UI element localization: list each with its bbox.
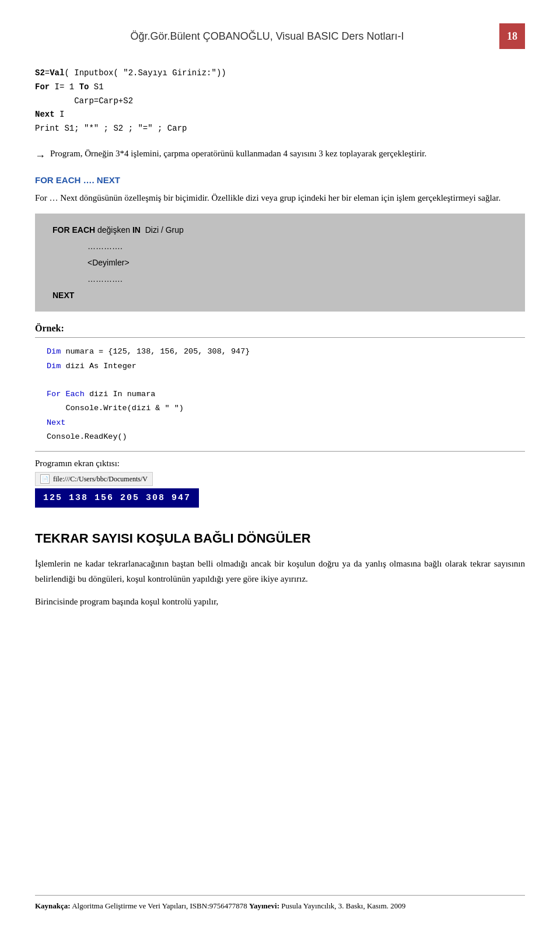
header-title: Öğr.Gör.Bülent ÇOBANOĞLU, Visual BASIC D… [35,30,499,43]
page-header: Öğr.Gör.Bülent ÇOBANOĞLU, Visual BASIC D… [35,23,525,49]
code-line-2: For I= 1 To S1 [35,81,525,95]
tekrar-heading: TEKRAR SAYISI KOŞULA BAĞLI DÖNGÜLER [35,531,525,546]
program-output-label: Programın ekran çıktısı: [35,459,525,469]
file-icon: 📄 [40,474,50,484]
syntax-line-3: <Deyimler> [88,254,513,271]
page-footer: Kaynakça: Algoritma Geliştirme ve Veri Y… [35,895,525,912]
top-code-block: S2=Val( Inputbox( "2.Sayıyı Giriniz:")) … [35,67,525,136]
arrow-text: Program, Örneğin 3*4 işlemini, çarpma op… [50,146,426,160]
ornek-heading: Örnek: [35,323,525,334]
code-example-box: Dim numara = {125, 138, 156, 205, 308, 9… [35,337,525,452]
code-line-4: Next I [35,108,525,122]
syntax-box: FOR EACH değişken IN Dizi / Grup …………. <… [35,214,525,312]
syntax-line-4: …………. [88,271,513,287]
foreach-heading: FOR EACH …. NEXT [35,175,525,185]
syntax-next: NEXT [52,287,513,303]
console-output: 125 138 156 205 308 947 [35,488,199,508]
ex-line-5: Next [47,416,513,430]
tekrar-para-1: İşlemlerin ne kadar tekrarlanacağının ba… [35,557,525,586]
code-line-1: S2=Val( Inputbox( "2.Sayıyı Giriniz:")) [35,67,525,81]
file-bar-text: file:///C:/Users/bbc/Documents/V [53,475,148,484]
footer-text: Algoritma Geliştirme ve Veri Yapıları, I… [72,901,247,910]
ex-line-1: Dim numara = {125, 138, 156, 205, 308, 9… [47,345,513,359]
page-number: 18 [499,23,525,49]
page-container: Öğr.Gör.Bülent ÇOBANOĞLU, Visual BASIC D… [0,0,560,930]
arrow-paragraph: → Program, Örneğin 3*4 işlemini, çarpma … [35,146,525,165]
syntax-line-1: FOR EACH değişken IN Dizi / Grup [52,222,513,238]
ex-line-2: Dim dizi As Integer [47,359,513,373]
footer-kaynak-label: Kaynakça: [35,901,71,910]
ex-line-6: Console.ReadKey() [47,430,513,444]
file-bar: 📄 file:///C:/Users/bbc/Documents/V [35,472,153,486]
code-line-3: Carp=Carp+S2 [35,95,525,109]
arrow-icon: → [35,148,46,165]
code-line-5: Print S1; "*" ; S2 ; "=" ; Carp [35,122,525,136]
tekrar-para-2: Birincisinde program başında koşul kontr… [35,595,525,610]
for-description: For … Next döngüsünün özelleşmiş bir biç… [35,191,525,206]
syntax-line-2: …………. [88,238,513,254]
ex-line-3: For Each dizi In numara [47,387,513,401]
ex-line-4: Console.Write(dizi & " ") [47,401,513,415]
ex-line-blank [47,373,513,387]
footer-yayinevi-label: Yayınevi: [249,901,279,910]
footer-yayinevi: Pusula Yayıncılık, 3. Baskı, Kasım. 2009 [281,901,405,910]
